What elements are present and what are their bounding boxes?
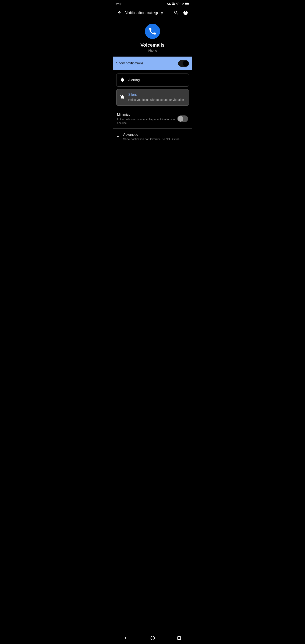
alerting-content: Alerting	[128, 78, 185, 82]
silent-title: Silent	[128, 93, 185, 96]
show-notifications-toggle[interactable]	[178, 60, 189, 67]
notifications-off-icon	[172, 2, 176, 6]
minimize-toggle[interactable]	[177, 116, 188, 122]
status-bar: 2:06	[113, 0, 192, 7]
status-icons	[167, 2, 189, 6]
advanced-row[interactable]: ⌄ Advanced Show notification dot, Overri…	[113, 128, 192, 145]
page-title: Notification category	[125, 10, 172, 15]
minimize-subtitle: In the pull-down shade, collapse notific…	[117, 117, 177, 125]
silent-description: Helps you focus without sound or vibrati…	[128, 98, 185, 102]
show-notifications-row[interactable]: Show notifications	[113, 56, 192, 70]
app-icon-section: Voicemails Phone	[113, 19, 192, 56]
signal-icon	[180, 2, 184, 6]
advanced-subtitle: Show notification dot, Override Do Not D…	[123, 138, 189, 141]
app-subtitle: Phone	[148, 49, 157, 52]
battery-icon	[185, 2, 189, 5]
spacer	[113, 145, 192, 166]
show-notifications-label: Show notifications	[116, 62, 144, 65]
wifi-icon	[176, 2, 180, 6]
svg-rect-5	[185, 3, 188, 5]
minimize-title: Minimize	[117, 113, 177, 116]
chevron-down-icon: ⌄	[116, 133, 120, 138]
search-button[interactable]	[172, 8, 180, 17]
app-bar-actions	[172, 8, 190, 17]
back-button[interactable]	[116, 8, 124, 17]
voicemail-icon	[167, 2, 171, 5]
app-icon	[145, 24, 160, 39]
advanced-content: Advanced Show notification dot, Override…	[123, 133, 189, 141]
svg-rect-2	[168, 4, 170, 5]
app-bar: Notification category	[113, 7, 192, 19]
status-time: 2:06	[116, 2, 122, 6]
silent-content: Silent Helps you focus without sound or …	[128, 93, 185, 102]
advanced-title: Advanced	[123, 133, 189, 137]
minimize-text: Minimize In the pull-down shade, collaps…	[117, 113, 177, 125]
options-section: Alerting Silent Helps you focus without …	[113, 70, 192, 109]
help-button[interactable]	[181, 8, 190, 17]
svg-rect-4	[188, 4, 189, 4]
alerting-title: Alerting	[128, 78, 185, 82]
alerting-icon	[120, 77, 125, 83]
app-name: Voicemails	[140, 42, 164, 48]
alerting-option[interactable]: Alerting	[116, 74, 189, 87]
silent-option[interactable]: Silent Helps you focus without sound or …	[116, 89, 189, 106]
silent-icon	[120, 94, 125, 100]
minimize-row[interactable]: Minimize In the pull-down shade, collaps…	[113, 109, 192, 128]
